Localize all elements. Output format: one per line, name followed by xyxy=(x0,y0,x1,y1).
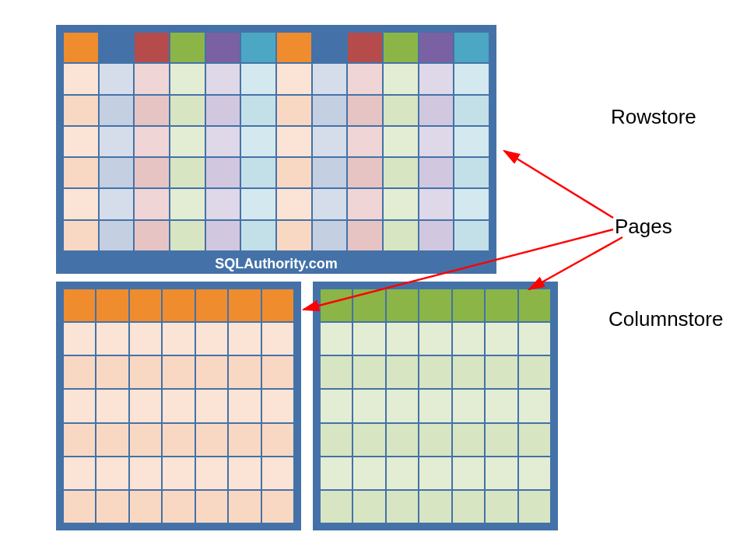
columnstore-cell xyxy=(130,356,161,388)
rowstore-cell xyxy=(277,189,311,219)
rowstore-cell xyxy=(277,127,311,156)
columnstore-cell xyxy=(353,424,384,456)
columnstore-cell xyxy=(262,356,293,388)
rowstore-cell xyxy=(170,189,205,219)
rowstore-cell xyxy=(100,189,134,219)
columnstore-cell xyxy=(262,457,293,489)
columnstore-cell xyxy=(453,323,484,355)
rowstore-cell xyxy=(419,158,454,187)
pages-label: Pages xyxy=(615,215,672,239)
rowstore-cell xyxy=(170,158,205,187)
columnstore-cell xyxy=(130,424,161,456)
rowstore-cell xyxy=(206,158,240,187)
columnstore-cell xyxy=(163,457,194,489)
columnstore-cell xyxy=(486,457,517,489)
columnstore-cell xyxy=(519,424,550,456)
rowstore-cell xyxy=(277,33,311,62)
columnstore-cell xyxy=(419,390,451,422)
rowstore-cell xyxy=(64,221,98,250)
columnstore-cell xyxy=(163,424,194,456)
columnstore-cell xyxy=(453,356,484,388)
rowstore-cell xyxy=(313,221,347,250)
watermark-text: SQLAuthority.com xyxy=(215,256,338,272)
rowstore-cell xyxy=(170,33,205,62)
rowstore-cell xyxy=(419,33,454,62)
columnstore-cell xyxy=(519,390,550,422)
columnstore-cell xyxy=(262,390,293,422)
columnstore-cell xyxy=(163,356,194,388)
columnstore-page-orange xyxy=(56,282,301,530)
columnstore-cell xyxy=(519,289,550,321)
columnstore-cell xyxy=(130,323,161,355)
rowstore-cell xyxy=(241,96,275,125)
columnstore-cell xyxy=(96,390,128,422)
columnstore-cell xyxy=(196,323,227,355)
rowstore-cell xyxy=(206,189,240,219)
columnstore-cell xyxy=(387,289,418,321)
columnstore-cell xyxy=(321,390,352,422)
rowstore-cell xyxy=(384,158,418,187)
columnstore-cell xyxy=(64,491,95,523)
columnstore-cell xyxy=(353,356,384,388)
columnstore-cell xyxy=(353,390,384,422)
rowstore-cell xyxy=(454,64,489,93)
rowstore-cell xyxy=(135,127,169,156)
columnstore-cell xyxy=(519,491,550,523)
columnstore-cell xyxy=(419,289,451,321)
rowstore-grid xyxy=(64,33,489,250)
rowstore-cell xyxy=(384,33,418,62)
columnstore-cell xyxy=(229,457,260,489)
rowstore-cell xyxy=(348,96,382,125)
columnstore-cell xyxy=(419,491,451,523)
rowstore-cell xyxy=(135,158,169,187)
columnstore-cell xyxy=(96,491,128,523)
columnstore-cell xyxy=(453,424,484,456)
rowstore-cell xyxy=(206,96,240,125)
columnstore-cell xyxy=(387,457,418,489)
rowstore-cell xyxy=(241,64,275,93)
columnstore-cell xyxy=(353,289,384,321)
columnstore-cell xyxy=(130,457,161,489)
columnstore-cell xyxy=(321,491,352,523)
rowstore-cell xyxy=(170,64,205,93)
columnstore-cell xyxy=(419,457,451,489)
columnstore-cell xyxy=(96,323,128,355)
rowstore-cell xyxy=(64,64,98,93)
columnstore-cell xyxy=(96,457,128,489)
columnstore-cell xyxy=(387,323,418,355)
rowstore-cell xyxy=(384,64,418,93)
rowstore-cell xyxy=(64,189,98,219)
rowstore-cell xyxy=(313,64,347,93)
columnstore-cell xyxy=(163,323,194,355)
rowstore-cell xyxy=(348,33,382,62)
rowstore-label: Rowstore xyxy=(611,105,696,129)
columnstore-cell xyxy=(321,424,352,456)
rowstore-cell xyxy=(454,127,489,156)
columnstore-cell xyxy=(419,356,451,388)
columnstore-cell xyxy=(419,424,451,456)
rowstore-cell xyxy=(277,96,311,125)
rowstore-cell xyxy=(277,158,311,187)
columnstore-cell xyxy=(163,390,194,422)
arrow-pages-to-rowstore xyxy=(504,151,613,218)
rowstore-cell xyxy=(206,33,240,62)
columnstore-label: Columnstore xyxy=(608,307,723,331)
rowstore-cell xyxy=(454,158,489,187)
columnstore-cell xyxy=(486,289,517,321)
rowstore-cell xyxy=(313,158,347,187)
rowstore-cell xyxy=(135,221,169,250)
columnstore-cell xyxy=(321,356,352,388)
columnstore-cell xyxy=(130,390,161,422)
columnstore-cell xyxy=(419,323,451,355)
columnstore-cell xyxy=(321,289,352,321)
rowstore-cell xyxy=(384,127,418,156)
columnstore-cell xyxy=(387,390,418,422)
rowstore-cell xyxy=(384,221,418,250)
columnstore-cell xyxy=(196,491,227,523)
columnstore-cell xyxy=(486,323,517,355)
columnstore-cell xyxy=(196,457,227,489)
rowstore-cell xyxy=(100,158,134,187)
columnstore-cell xyxy=(453,457,484,489)
columnstore-cell xyxy=(64,356,95,388)
columnstore-cell xyxy=(64,424,95,456)
